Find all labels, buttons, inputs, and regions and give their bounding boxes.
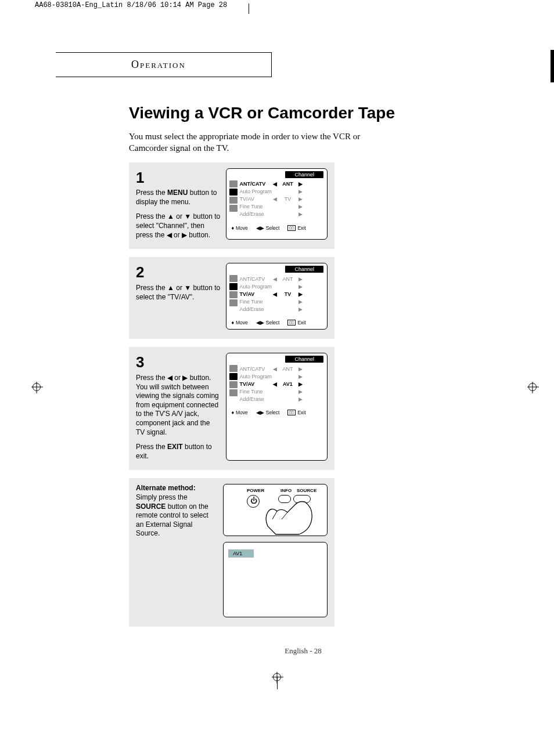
osd-row: ANT/CATV ◀ ANT ▶ (239, 365, 323, 372)
arrow-left-icon: ◀ (272, 291, 278, 297)
osd-hint-move: ♦Move (231, 320, 247, 325)
hand-icon (264, 501, 316, 536)
source-osd-screen: AV1 (223, 542, 328, 617)
arrow-right-icon: ▶ (297, 284, 303, 290)
arrow-right-icon: ▶ (297, 276, 303, 282)
text-run: Press the (136, 443, 167, 451)
arrow-right-icon: ▶ (297, 189, 303, 194)
osd-row: Add/Erase ▶ (239, 395, 323, 403)
remote-illustration: POWER INFO SOURCE ⏻ (223, 484, 328, 536)
osd-category-icons (226, 364, 238, 407)
osd-screen: Channel ANT/CATV ◀ ANT ▶ Auto Program ▶ … (226, 353, 328, 461)
content-area: Viewing a VCR or Camcorder Tape You must… (129, 104, 477, 656)
leftright-icon: ◀▶ (256, 225, 264, 231)
osd-row: Add/Erase ▶ (239, 305, 323, 313)
arrow-right-icon: ▶ (297, 374, 303, 379)
arrow-right-icon: ▶ (297, 381, 303, 387)
osd-hint-exit: ▯▯Exit (287, 320, 305, 325)
osd-row: TV/AV ◀ TV ▶ (239, 196, 323, 203)
intro-text: You must select the appropriate mode in … (129, 131, 384, 154)
arrow-right-icon: ▶ (297, 299, 303, 305)
osd-row-label: Add/Erase (239, 211, 272, 217)
osd-speaker-icon (229, 189, 238, 196)
osd-row-value: TV (278, 291, 297, 297)
arrow-right-icon: ▶ (297, 196, 303, 202)
osd-row-label: Add/Erase (239, 396, 272, 402)
arrow-right-icon: ▶ (297, 396, 303, 402)
leftright-icon: ◀▶ (256, 320, 264, 325)
text-run: Press the (136, 189, 167, 197)
osd-row-label: TV/AV (239, 381, 272, 387)
arrow-left-icon: ◀ (272, 276, 278, 282)
text-run: Simply press the (136, 493, 188, 501)
text-run: Press the ◀ or ▶ button. You will switch… (136, 374, 219, 436)
osd-row-value: AV1 (278, 381, 297, 387)
updown-icon: ♦ (231, 320, 234, 325)
osd-row-label: Fine Tune (239, 204, 272, 209)
osd-row-value: ANT (278, 366, 297, 372)
osd-row-label: Auto Program (239, 189, 272, 194)
osd-title-badge: Channel (285, 266, 323, 273)
alternate-heading: Alternate method: (136, 484, 196, 492)
crop-mark-bottom (277, 677, 278, 689)
arrow-left-icon: ◀ (272, 181, 278, 187)
alternate-method-block: Alternate method: Simply press the SOURC… (129, 478, 334, 627)
osd-list: ANT/CATV ◀ ANT ▶ Auto Program ▶ TV/AV ◀ … (238, 274, 327, 317)
keyword: SOURCE (136, 502, 166, 511)
osd-screen: Channel ANT/CATV ◀ ANT ▶ Auto Program ▶ … (226, 168, 328, 240)
osd-row-label: Add/Erase (239, 306, 272, 312)
osd-category-icons (226, 179, 238, 223)
exit-icon: ▯▯ (287, 225, 296, 231)
step-block: 2 Press the ▲ or ▼ button to select the … (129, 257, 334, 339)
power-icon: ⏻ (250, 497, 257, 505)
osd-row: Fine Tune ▶ (239, 203, 323, 211)
print-slug: AA68-03810A-Eng_Latin 8/18/06 10:14 AM P… (35, 1, 227, 9)
osd-row: Auto Program ▶ (239, 283, 323, 290)
remote-source-label: SOURCE (297, 488, 316, 493)
arrow-right-icon: ▶ (297, 181, 303, 187)
page: Operation Viewing a VCR or Camcorder Tap… (0, 52, 554, 690)
osd-row: TV/AV ◀ TV ▶ (239, 290, 323, 298)
page-title: Viewing a VCR or Camcorder Tape (129, 104, 477, 122)
osd-row-label: Fine Tune (239, 299, 272, 305)
osd-row-label: Auto Program (239, 374, 272, 379)
osd-row-label: TV/AV (239, 291, 272, 297)
osd-category-icons (226, 274, 238, 317)
osd-hint-move: ♦Move (231, 410, 247, 415)
source-osd-badge: AV1 (228, 549, 254, 558)
osd-row-value: ANT (278, 181, 297, 187)
osd-row-label: ANT/CATV (239, 366, 272, 372)
osd-list: ANT/CATV ◀ ANT ▶ Auto Program ▶ TV/AV ◀ … (238, 364, 327, 407)
arrow-right-icon: ▶ (297, 366, 303, 372)
osd-row-label: ANT/CATV (239, 181, 272, 187)
exit-icon: ▯▯ (287, 410, 296, 415)
arrow-left-icon: ◀ (272, 196, 278, 202)
osd-row-value: ANT (278, 276, 297, 282)
osd-hint-select: ◀▶Select (256, 225, 280, 231)
keyword: EXIT (167, 443, 183, 451)
osd-hint-exit: ▯▯Exit (287, 410, 305, 415)
remote-power-label: POWER (247, 488, 264, 493)
osd-row-label: ANT/CATV (239, 276, 272, 282)
osd-list: ANT/CATV ◀ ANT ▶ Auto Program ▶ TV/AV ◀ … (238, 179, 327, 223)
step-text: 3 Press the ◀ or ▶ button. You will swit… (136, 353, 220, 461)
leftright-icon: ◀▶ (256, 410, 264, 415)
text-run: Press the ▲ or ▼ button to select "Chann… (136, 212, 220, 238)
step-block: 1 Press the MENU button to display the m… (129, 162, 334, 249)
osd-hint-select: ◀▶Select (256, 410, 280, 415)
osd-hint-move: ♦Move (231, 225, 247, 231)
osd-row: Fine Tune ▶ (239, 388, 323, 395)
osd-row: ANT/CATV ◀ ANT ▶ (239, 180, 323, 188)
step-number: 3 (136, 353, 220, 372)
step-text: 1 Press the MENU button to display the m… (136, 168, 220, 240)
osd-footer: ♦Move ◀▶Select ▯▯Exit (226, 317, 327, 327)
osd-footer: ♦Move ◀▶Select ▯▯Exit (226, 223, 327, 232)
osd-row: ANT/CATV ◀ ANT ▶ (239, 275, 323, 283)
crop-mark-top (249, 3, 249, 14)
step-text: 2 Press the ▲ or ▼ button to select the … (136, 263, 220, 330)
arrow-right-icon: ▶ (297, 211, 303, 217)
osd-row-label: Fine Tune (239, 389, 272, 395)
osd-row-label: TV/AV (239, 196, 272, 202)
step-number: 2 (136, 263, 220, 283)
text-run: Press the ▲ or ▼ button to select the "T… (136, 284, 220, 301)
